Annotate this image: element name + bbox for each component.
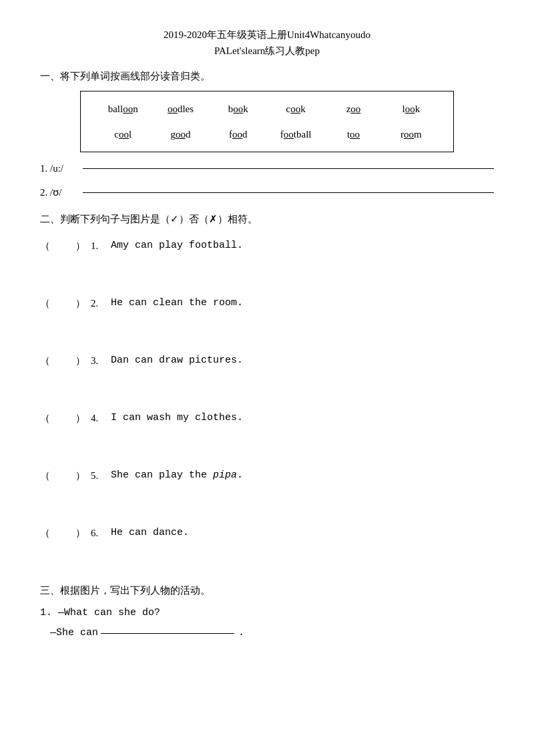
word-room: room xyxy=(382,124,440,145)
phonetic2-line: 2. /ʊ/ xyxy=(40,184,494,200)
title-line1: 2019-2020年五年级英语上册Unit4Whatcanyoudo xyxy=(40,27,494,43)
phonetic1-line: 1. /u:/ xyxy=(40,160,494,176)
exercise-item-3: （ ） 3. Dan can draw pictures. xyxy=(40,353,494,399)
word-cook: cook xyxy=(267,98,324,120)
item-number-5: 5. xyxy=(91,467,107,484)
exercise-item-4: （ ） 4. I can wash my clothes. xyxy=(40,410,494,457)
exercise-item-5: （ ） 5. She can play the pipa. xyxy=(40,467,494,514)
bracket-close-1: ） xyxy=(55,238,85,254)
bracket-open-1: （ xyxy=(40,238,50,254)
section1-header: 一、将下列单词按画线部分读音归类。 xyxy=(40,68,494,84)
item-text-2: He can clean the room. xyxy=(111,295,243,311)
bracket-open-2: （ xyxy=(40,295,50,311)
phonetic2-fill xyxy=(83,192,494,193)
word-cool: cool xyxy=(94,124,152,145)
section3: 三、根据图片，写出下列人物的活动。 1. —What can she do? —… xyxy=(40,582,494,641)
answer-fill-1 xyxy=(101,633,234,634)
bracket-open-3: （ xyxy=(40,353,50,369)
bracket-open-4: （ xyxy=(40,410,50,426)
bracket-close-4: ） xyxy=(55,410,85,426)
bracket-close-2: ） xyxy=(55,295,85,311)
item-number-3: 3. xyxy=(91,353,107,369)
exercise-item-6: （ ） 6. He can dance. xyxy=(40,525,494,572)
section2-header: 二、判断下列句子与图片是（✓）否（✗）相符。 xyxy=(40,211,494,227)
item-text-6: He can dance. xyxy=(111,525,189,541)
word-book: book xyxy=(210,98,267,120)
bracket-open-5: （ xyxy=(40,467,50,484)
bracket-open-6: （ xyxy=(40,525,50,541)
question-number-1: 1. —What can she do? xyxy=(40,605,494,621)
item-number-1: 1. xyxy=(91,238,107,254)
word-football: football xyxy=(267,124,324,145)
section3-header: 三、根据图片，写出下列人物的活动。 xyxy=(40,582,494,598)
phonetic2-label: 2. /ʊ/ xyxy=(40,184,80,200)
phonetic1-fill xyxy=(83,168,494,169)
word-table: balloon oodles book cook zoo look cool g… xyxy=(80,91,454,152)
word-too: too xyxy=(324,124,382,145)
bracket-close-6: ） xyxy=(55,525,85,541)
item-text-3: Dan can draw pictures. xyxy=(111,353,243,369)
section2: 二、判断下列句子与图片是（✓）否（✗）相符。 （ ） 1. Amy can pl… xyxy=(40,211,494,572)
item-text-1: Amy can play football. xyxy=(111,238,243,254)
answer-period-1: . xyxy=(238,625,244,641)
item-number-2: 2. xyxy=(91,295,107,311)
item-number-4: 4. xyxy=(91,410,107,426)
item-number-6: 6. xyxy=(91,525,107,541)
question-item-1: 1. —What can she do? —She can . xyxy=(40,605,494,641)
word-food: food xyxy=(210,124,267,145)
bracket-close-3: ） xyxy=(55,353,85,369)
word-noodles: oodles xyxy=(152,98,209,120)
item-text-4: I can wash my clothes. xyxy=(111,410,243,426)
word-zoo: zoo xyxy=(324,98,382,120)
title-section: 2019-2020年五年级英语上册Unit4Whatcanyoudo PALet… xyxy=(40,27,494,59)
word-balloon: balloon xyxy=(94,98,152,120)
phonetic1-label: 1. /u:/ xyxy=(40,160,80,176)
title-line2: PALet'slearn练习人教pep xyxy=(40,43,494,59)
bracket-close-5: ） xyxy=(55,467,85,484)
item-text-5: She can play the pipa. xyxy=(111,467,243,484)
answer-prefix-1: —She can xyxy=(40,625,98,641)
exercise-item-2: （ ） 2. He can clean the room. xyxy=(40,295,494,342)
exercise-item-1: （ ） 1. Amy can play football. xyxy=(40,238,494,285)
word-look: look xyxy=(382,98,440,120)
answer-line-1: —She can . xyxy=(40,625,494,641)
word-good: good xyxy=(152,124,209,145)
